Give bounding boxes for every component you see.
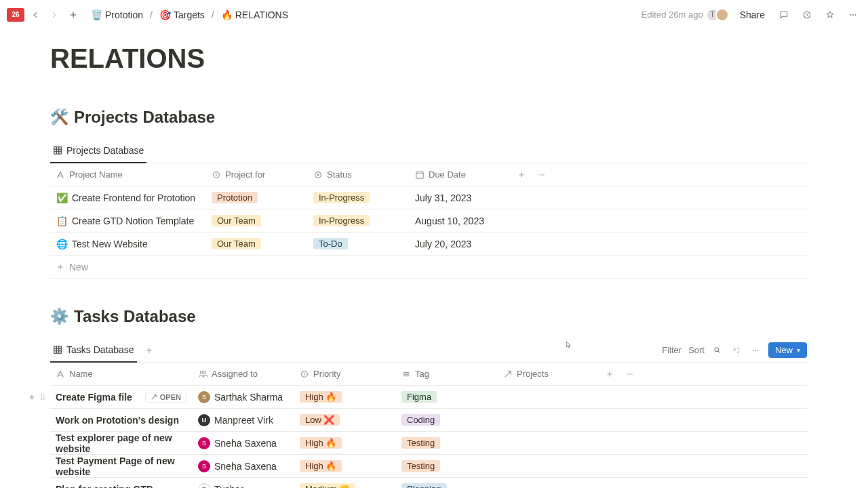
cell-name[interactable]: 📋 Create GTD Notion Template [50, 209, 206, 232]
cell-projects[interactable] [498, 386, 599, 408]
cell-tag[interactable]: Planning [396, 478, 498, 488]
crumb-targets[interactable]: 🎯 Targets [157, 8, 208, 22]
sort-button[interactable]: Sort [688, 345, 705, 355]
projects-view-tabs: Projects Database [50, 139, 807, 163]
person-name: Sarthak Sharma [214, 392, 283, 403]
pill: Coding [401, 414, 440, 426]
col-due-date[interactable]: Due Date [410, 169, 511, 180]
nav-back-icon[interactable] [27, 7, 43, 23]
cell-due[interactable]: August 10, 2023 [410, 209, 511, 232]
cell-name[interactable]: Work on Prototion's design [50, 409, 193, 431]
projects-view-tab[interactable]: Projects Database [50, 139, 146, 163]
col-label: Project Name [69, 169, 123, 180]
table-row[interactable]: ✅ Create Frontend for Prototion Prototio… [50, 186, 807, 209]
cell-name[interactable]: Test explorer page of new website [50, 432, 193, 454]
cell-status[interactable]: In-Progress [308, 209, 410, 232]
cell-projects[interactable] [498, 478, 599, 488]
cell-for[interactable]: Prototion [206, 186, 308, 209]
expand-icon[interactable] [730, 344, 743, 357]
column-more-icon[interactable] [620, 369, 640, 379]
table-row[interactable]: Plan for creating GTD T Tushar Medium 👊 … [50, 478, 807, 488]
tasks-view-tab[interactable]: Tasks Database [50, 338, 137, 363]
cell-assigned[interactable]: S Sarthak Sharma [193, 386, 294, 408]
tasks-heading[interactable]: ⚙️ Tasks Database [50, 307, 807, 326]
filter-button[interactable]: Filter [662, 345, 682, 355]
table-row[interactable]: Test explorer page of new website S Sneh… [50, 432, 807, 455]
cell-name[interactable]: Create Figma file OPEN [50, 386, 193, 408]
table-row[interactable]: 🌐 Test New Website Our Team To-Do July 2… [50, 232, 807, 256]
cell-status[interactable]: In-Progress [308, 186, 410, 209]
table-row[interactable]: Create Figma file OPEN S Sarthak Sharma … [50, 386, 807, 409]
multiselect-icon [401, 369, 411, 379]
drag-handle-icon[interactable] [38, 392, 47, 402]
plus-icon [56, 262, 65, 272]
col-priority[interactable]: Priority [294, 369, 396, 379]
favorite-icon[interactable] [822, 7, 838, 23]
cell-due[interactable]: July 20, 2023 [410, 232, 511, 255]
cell-tag[interactable]: Coding [396, 409, 498, 431]
col-task-name[interactable]: Name [50, 369, 193, 379]
share-button[interactable]: Share [736, 7, 769, 23]
svg-point-21 [41, 394, 42, 396]
table-row[interactable]: Work on Prototion's design M Manpreet Vi… [50, 409, 807, 432]
cell-name[interactable]: Plan for creating GTD [50, 478, 193, 488]
table-row[interactable]: 📋 Create GTD Notion Template Our Team In… [50, 209, 807, 232]
cell-tag[interactable]: Figma [396, 386, 498, 408]
cell-priority[interactable]: High 🔥 [294, 455, 396, 477]
column-more-icon[interactable] [532, 170, 552, 180]
cell-status[interactable]: To-Do [308, 232, 410, 255]
cell-for[interactable]: Our Team [206, 232, 308, 255]
cell-projects[interactable] [498, 455, 599, 477]
cell-assigned[interactable]: M Manpreet Virk [193, 409, 294, 431]
cell-due[interactable]: July 31, 2023 [410, 186, 511, 209]
cell-name[interactable]: 🌐 Test New Website [50, 232, 206, 255]
cell-projects[interactable] [498, 432, 599, 454]
view-tab-label: Projects Database [66, 145, 144, 156]
cell-assigned[interactable]: S Sneha Saxena [193, 455, 294, 477]
comments-icon[interactable] [776, 7, 792, 23]
col-project-name[interactable]: Project Name [50, 169, 206, 180]
updates-icon[interactable] [799, 7, 815, 23]
add-view-icon[interactable] [142, 344, 156, 357]
add-column-icon[interactable] [599, 369, 620, 379]
tasks-table-header: Name Assigned to Priority Tag Projects [50, 363, 807, 386]
cell-for[interactable]: Our Team [206, 209, 308, 232]
cell-projects[interactable] [498, 409, 599, 431]
crumb-relations[interactable]: 🔥 RELATIONS [218, 8, 291, 22]
col-status[interactable]: Status [308, 169, 410, 180]
pill: Planning [401, 483, 447, 488]
open-button[interactable]: OPEN [145, 392, 186, 403]
cell-assigned[interactable]: S Sneha Saxena [193, 432, 294, 454]
cell-priority[interactable]: High 🔥 [294, 386, 396, 408]
col-projects-relation[interactable]: Projects [498, 369, 599, 379]
avatar-stack[interactable]: T [710, 8, 729, 22]
new-tab-icon[interactable] [65, 7, 81, 23]
col-project-for[interactable]: Project for [206, 169, 308, 180]
page-title[interactable]: RELATIONS [50, 43, 807, 74]
col-tag[interactable]: Tag [396, 369, 498, 379]
toolbar-more-icon[interactable] [749, 344, 762, 357]
cell-priority[interactable]: Medium 👊 [294, 478, 396, 488]
row-icon: 🌐 [56, 239, 68, 249]
table-row[interactable]: Test Payment Page of new website S Sneha… [50, 455, 807, 478]
cell-name[interactable]: ✅ Create Frontend for Prototion [50, 186, 206, 209]
gear-icon: ⚙️ [50, 308, 68, 325]
plus-icon[interactable] [27, 392, 37, 402]
cell-priority[interactable]: High 🔥 [294, 432, 396, 454]
projects-add-row[interactable]: New [50, 256, 807, 279]
app-icon[interactable]: 26 [7, 8, 24, 22]
new-button[interactable]: New ▾ [768, 342, 807, 358]
crumb-prototion[interactable]: 🗑️ Prototion [88, 8, 146, 22]
cell-tag[interactable]: Testing [396, 432, 498, 454]
add-column-icon[interactable] [511, 170, 532, 180]
cell-priority[interactable]: Low ❌ [294, 409, 396, 431]
cell-tag[interactable]: Testing [396, 455, 498, 477]
more-icon[interactable] [845, 7, 861, 23]
projects-heading[interactable]: 🛠️ Projects Database [50, 108, 807, 127]
avatar [715, 8, 729, 22]
col-assigned[interactable]: Assigned to [193, 369, 294, 379]
cell-assigned[interactable]: T Tushar [193, 478, 294, 488]
nav-forward-icon[interactable] [46, 7, 62, 23]
search-icon[interactable] [711, 344, 724, 357]
cell-name[interactable]: Test Payment Page of new website [50, 455, 193, 477]
